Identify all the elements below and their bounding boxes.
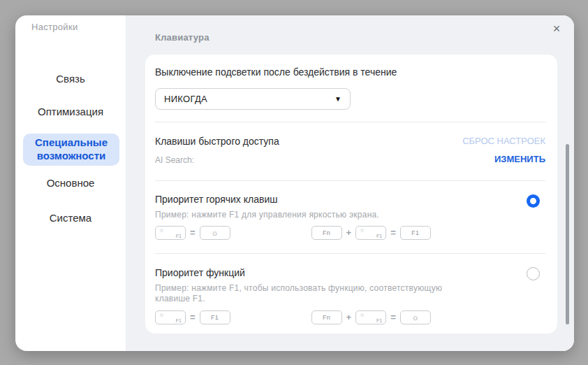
brightness-icon: ☼ bbox=[359, 227, 365, 234]
page-title: Клавиатура bbox=[155, 32, 210, 43]
settings-window: × Клавиатура Выключение подсветки после … bbox=[15, 15, 574, 351]
vertical-scrollbar-thumb[interactable] bbox=[566, 144, 569, 324]
keyboard-key: F1 bbox=[200, 310, 230, 324]
key-label: Fn bbox=[312, 227, 341, 239]
function-priority-key-diagram: ☼F1=F1Fn+☼F1=☼ bbox=[155, 310, 431, 324]
function-priority-example: Пример: нажмите F1, чтобы использовать ф… bbox=[155, 283, 466, 304]
function-priority-title: Приоритет функций bbox=[155, 267, 245, 278]
sidebar-item-osnovnoe[interactable]: Основное bbox=[15, 175, 126, 192]
desktop-background: × Клавиатура Выключение подсветки после … bbox=[0, 0, 588, 365]
keyboard-key: ☼F1 bbox=[155, 226, 186, 240]
hotkey-priority-radio[interactable] bbox=[527, 194, 540, 208]
key-sublabel: F1 bbox=[176, 234, 182, 238]
keyboard-key: ☼ bbox=[200, 226, 230, 240]
hotkeys-section-title: Клавиши быстрого доступа bbox=[155, 136, 279, 147]
operator-symbol: + bbox=[345, 227, 353, 238]
key-sublabel: F1 bbox=[376, 318, 382, 323]
operator-symbol: = bbox=[389, 312, 397, 322]
close-icon[interactable]: × bbox=[549, 21, 564, 36]
keyboard-key: ☼F1 bbox=[355, 310, 386, 324]
sidebar-item-specialnye-vozmozhnosti-active[interactable]: Специальные возможности bbox=[23, 134, 119, 166]
brightness-icon: ☼ bbox=[159, 311, 164, 318]
sidebar-item-svyaz[interactable]: Связь bbox=[15, 71, 126, 87]
keyboard-key: ☼F1 bbox=[155, 310, 186, 324]
sidebar-item-sistema[interactable]: Система bbox=[15, 210, 126, 227]
keyboard-key: F1 bbox=[400, 226, 431, 240]
keyboard-settings-card: Выключение подсветки после бездействия в… bbox=[145, 55, 557, 334]
hotkey-priority-title: Приоритет горячих клавиш bbox=[155, 194, 277, 205]
keyboard-key: Fn bbox=[311, 226, 342, 240]
divider bbox=[155, 122, 545, 122]
key-sublabel: F1 bbox=[376, 234, 382, 238]
keyboard-key: ☼F1 bbox=[355, 226, 386, 240]
key-label: F1 bbox=[200, 311, 230, 324]
content-area: × Клавиатура Выключение подсветки после … bbox=[126, 15, 574, 351]
keyboard-key: Fn bbox=[311, 310, 342, 324]
window-title: Настройки bbox=[31, 22, 78, 32]
function-priority-radio[interactable] bbox=[527, 267, 540, 280]
operator-symbol: = bbox=[189, 227, 197, 238]
hotkey-priority-key-diagram: ☼F1=☼Fn+☼F1=F1 bbox=[155, 225, 431, 240]
sidebar-item-optimizaciya[interactable]: Оптимизация bbox=[15, 103, 126, 120]
change-link[interactable]: ИЗМЕНИТЬ bbox=[494, 154, 545, 164]
key-label: F1 bbox=[401, 227, 430, 239]
brightness-icon: ☼ bbox=[401, 311, 430, 324]
chevron-down-icon: ▼ bbox=[335, 95, 341, 103]
sidebar: Настройки Связь Оптимизация Специальные … bbox=[15, 15, 126, 351]
brightness-icon: ☼ bbox=[359, 311, 365, 318]
backlight-timeout-dropdown[interactable]: НИКОГДА ▼ bbox=[155, 88, 351, 110]
brightness-icon: ☼ bbox=[200, 227, 230, 239]
divider bbox=[155, 180, 545, 181]
reset-settings-link[interactable]: СБРОС НАСТРОЕК bbox=[462, 136, 545, 146]
ai-search-label: AI Search: bbox=[155, 155, 194, 165]
dropdown-selected-value: НИКОГДА bbox=[164, 94, 335, 104]
operator-symbol: = bbox=[389, 227, 397, 238]
brightness-icon: ☼ bbox=[159, 227, 164, 234]
hotkey-priority-example: Пример: нажмите F1 для управления яркост… bbox=[155, 210, 379, 220]
divider bbox=[155, 253, 545, 254]
operator-symbol: = bbox=[189, 312, 197, 322]
keyboard-key: ☼ bbox=[400, 310, 431, 324]
key-label: Fn bbox=[312, 311, 341, 324]
key-sublabel: F1 bbox=[176, 318, 182, 323]
operator-symbol: + bbox=[345, 312, 353, 322]
backlight-timeout-label: Выключение подсветки после бездействия в… bbox=[155, 66, 397, 78]
